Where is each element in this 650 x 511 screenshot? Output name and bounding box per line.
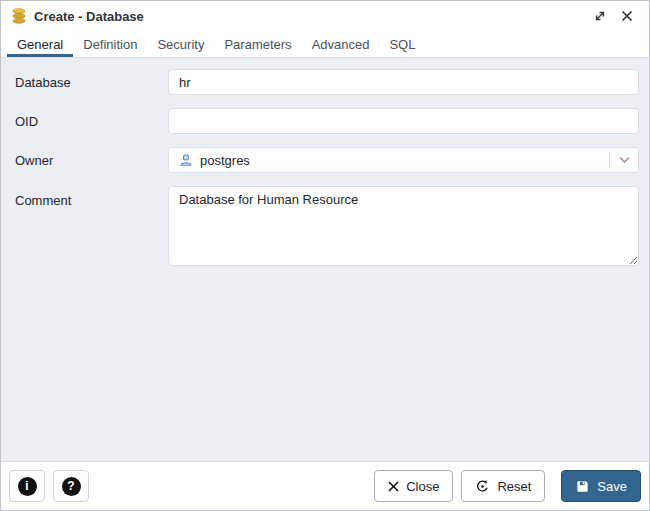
close-button[interactable]: Close [374, 470, 453, 502]
owner-label: Owner [1, 153, 168, 168]
question-icon: ? [62, 477, 81, 496]
tab-advanced[interactable]: Advanced [302, 31, 380, 57]
tab-definition[interactable]: Definition [73, 31, 147, 57]
resize-icon [593, 9, 607, 23]
database-label: Database [1, 75, 168, 90]
oid-field-row: OID [1, 108, 639, 134]
save-button-label: Save [597, 479, 627, 494]
comment-label: Comment [1, 186, 168, 208]
close-dialog-button[interactable] [617, 6, 637, 26]
x-icon [388, 481, 399, 492]
oid-input[interactable] [168, 108, 639, 134]
chevron-down-icon[interactable] [610, 156, 638, 164]
database-field-row: Database [1, 69, 639, 95]
tab-sql[interactable]: SQL [379, 31, 425, 57]
owner-select[interactable]: postgres [168, 147, 639, 173]
owner-selected-option: postgres [179, 153, 609, 168]
save-button[interactable]: Save [561, 470, 641, 502]
footer: i ? Close Reset [1, 461, 649, 510]
comment-textarea[interactable]: Database for Human Resource [168, 186, 639, 266]
owner-value: postgres [200, 153, 250, 168]
tab-general[interactable]: General [7, 31, 73, 57]
tab-security[interactable]: Security [147, 31, 214, 57]
close-button-label: Close [406, 479, 439, 494]
reset-button[interactable]: Reset [461, 470, 545, 502]
reset-icon [475, 479, 490, 494]
help-button[interactable]: ? [53, 470, 89, 502]
database-icon [11, 8, 27, 24]
general-tab-panel: Database OID Owner postgres [1, 58, 649, 461]
resize-button[interactable] [590, 6, 610, 26]
user-icon [179, 153, 193, 167]
titlebar: Create - Database [1, 1, 649, 31]
close-icon [621, 10, 633, 22]
info-icon: i [18, 477, 37, 496]
owner-field-row: Owner postgres [1, 147, 639, 173]
create-database-dialog: Create - Database General Definition Sec… [0, 0, 650, 511]
save-icon [575, 479, 590, 494]
database-input[interactable] [168, 69, 639, 95]
reset-button-label: Reset [497, 479, 531, 494]
tab-bar: General Definition Security Parameters A… [1, 31, 649, 58]
sql-info-button[interactable]: i [9, 470, 45, 502]
dialog-title: Create - Database [34, 9, 144, 24]
comment-field-row: Comment Database for Human Resource [1, 186, 639, 266]
tab-parameters[interactable]: Parameters [214, 31, 301, 57]
oid-label: OID [1, 114, 168, 129]
